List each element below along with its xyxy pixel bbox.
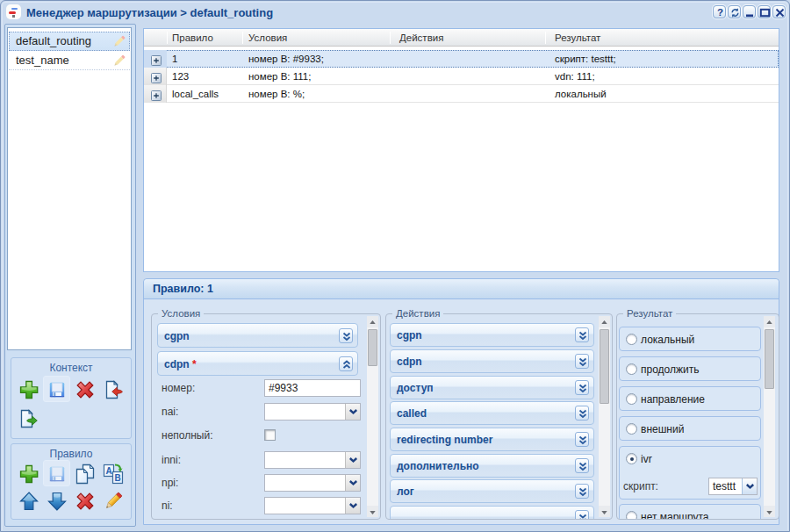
svg-text:B: B [114,473,120,483]
svg-text:A: A [105,466,111,476]
svg-text:?: ? [717,7,723,18]
